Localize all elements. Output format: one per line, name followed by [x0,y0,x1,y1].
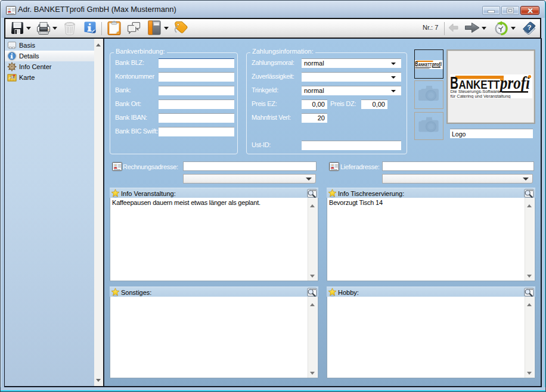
svg-text:für Catering und Veranstaltung: für Catering und Veranstaltung [451,94,511,99]
svg-text:?: ? [527,24,531,31]
svg-text:profi: profi [432,61,442,67]
svg-text:profi: profi [498,74,530,92]
svg-text:ANKETT: ANKETT [418,62,432,67]
